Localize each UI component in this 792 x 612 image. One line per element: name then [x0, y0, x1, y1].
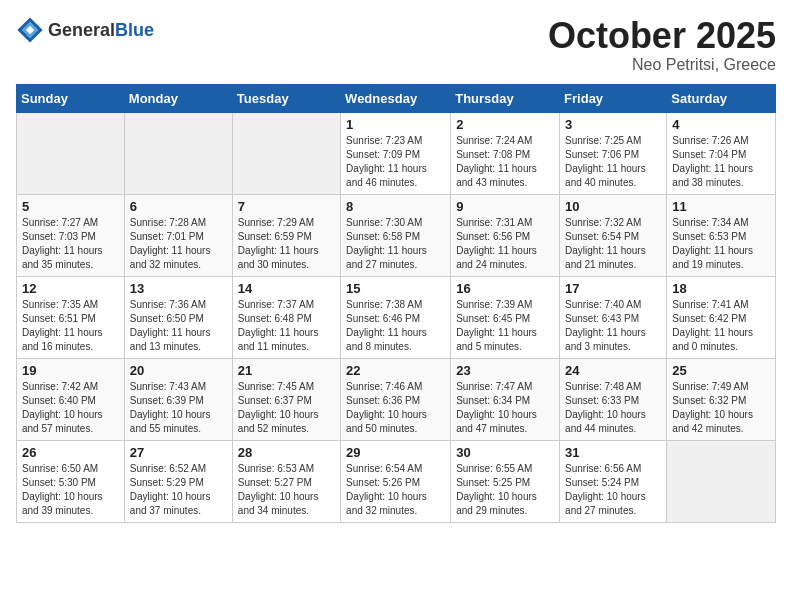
calendar-cell: 22Sunrise: 7:46 AM Sunset: 6:36 PM Dayli…	[341, 358, 451, 440]
calendar-cell: 6Sunrise: 7:28 AM Sunset: 7:01 PM Daylig…	[124, 194, 232, 276]
day-number: 7	[238, 199, 335, 214]
logo-blue: Blue	[115, 20, 154, 41]
day-info: Sunrise: 7:34 AM Sunset: 6:53 PM Dayligh…	[672, 216, 770, 272]
day-number: 10	[565, 199, 661, 214]
calendar-cell: 31Sunrise: 6:56 AM Sunset: 5:24 PM Dayli…	[560, 440, 667, 522]
calendar-cell: 21Sunrise: 7:45 AM Sunset: 6:37 PM Dayli…	[232, 358, 340, 440]
day-number: 23	[456, 363, 554, 378]
day-info: Sunrise: 7:36 AM Sunset: 6:50 PM Dayligh…	[130, 298, 227, 354]
calendar-cell: 8Sunrise: 7:30 AM Sunset: 6:58 PM Daylig…	[341, 194, 451, 276]
day-info: Sunrise: 7:42 AM Sunset: 6:40 PM Dayligh…	[22, 380, 119, 436]
day-number: 17	[565, 281, 661, 296]
calendar-cell: 11Sunrise: 7:34 AM Sunset: 6:53 PM Dayli…	[667, 194, 776, 276]
logo-text: General Blue	[48, 20, 154, 41]
calendar-table: SundayMondayTuesdayWednesdayThursdayFrid…	[16, 84, 776, 523]
calendar-cell: 28Sunrise: 6:53 AM Sunset: 5:27 PM Dayli…	[232, 440, 340, 522]
calendar-cell: 20Sunrise: 7:43 AM Sunset: 6:39 PM Dayli…	[124, 358, 232, 440]
day-number: 29	[346, 445, 445, 460]
day-info: Sunrise: 7:28 AM Sunset: 7:01 PM Dayligh…	[130, 216, 227, 272]
logo: General Blue	[16, 16, 154, 44]
day-number: 21	[238, 363, 335, 378]
logo-general: General	[48, 20, 115, 41]
day-number: 30	[456, 445, 554, 460]
day-info: Sunrise: 7:48 AM Sunset: 6:33 PM Dayligh…	[565, 380, 661, 436]
day-number: 18	[672, 281, 770, 296]
title-block: October 2025 Neo Petritsi, Greece	[548, 16, 776, 74]
calendar-cell: 2Sunrise: 7:24 AM Sunset: 7:08 PM Daylig…	[451, 112, 560, 194]
calendar-cell: 1Sunrise: 7:23 AM Sunset: 7:09 PM Daylig…	[341, 112, 451, 194]
calendar-cell: 14Sunrise: 7:37 AM Sunset: 6:48 PM Dayli…	[232, 276, 340, 358]
day-info: Sunrise: 6:54 AM Sunset: 5:26 PM Dayligh…	[346, 462, 445, 518]
calendar-cell	[124, 112, 232, 194]
calendar-cell: 25Sunrise: 7:49 AM Sunset: 6:32 PM Dayli…	[667, 358, 776, 440]
calendar-week-row: 12Sunrise: 7:35 AM Sunset: 6:51 PM Dayli…	[17, 276, 776, 358]
day-number: 12	[22, 281, 119, 296]
day-number: 8	[346, 199, 445, 214]
day-info: Sunrise: 7:37 AM Sunset: 6:48 PM Dayligh…	[238, 298, 335, 354]
day-info: Sunrise: 7:32 AM Sunset: 6:54 PM Dayligh…	[565, 216, 661, 272]
day-of-week-header: Tuesday	[232, 84, 340, 112]
calendar-cell: 7Sunrise: 7:29 AM Sunset: 6:59 PM Daylig…	[232, 194, 340, 276]
day-info: Sunrise: 7:46 AM Sunset: 6:36 PM Dayligh…	[346, 380, 445, 436]
calendar-cell: 5Sunrise: 7:27 AM Sunset: 7:03 PM Daylig…	[17, 194, 125, 276]
calendar-cell: 30Sunrise: 6:55 AM Sunset: 5:25 PM Dayli…	[451, 440, 560, 522]
day-number: 27	[130, 445, 227, 460]
calendar-cell: 12Sunrise: 7:35 AM Sunset: 6:51 PM Dayli…	[17, 276, 125, 358]
calendar-cell: 29Sunrise: 6:54 AM Sunset: 5:26 PM Dayli…	[341, 440, 451, 522]
day-number: 9	[456, 199, 554, 214]
day-info: Sunrise: 6:50 AM Sunset: 5:30 PM Dayligh…	[22, 462, 119, 518]
day-info: Sunrise: 7:49 AM Sunset: 6:32 PM Dayligh…	[672, 380, 770, 436]
calendar-week-row: 26Sunrise: 6:50 AM Sunset: 5:30 PM Dayli…	[17, 440, 776, 522]
day-info: Sunrise: 7:39 AM Sunset: 6:45 PM Dayligh…	[456, 298, 554, 354]
day-info: Sunrise: 6:53 AM Sunset: 5:27 PM Dayligh…	[238, 462, 335, 518]
calendar-cell: 13Sunrise: 7:36 AM Sunset: 6:50 PM Dayli…	[124, 276, 232, 358]
day-number: 24	[565, 363, 661, 378]
day-of-week-header: Sunday	[17, 84, 125, 112]
calendar-cell	[17, 112, 125, 194]
day-info: Sunrise: 7:24 AM Sunset: 7:08 PM Dayligh…	[456, 134, 554, 190]
calendar-cell: 10Sunrise: 7:32 AM Sunset: 6:54 PM Dayli…	[560, 194, 667, 276]
calendar-cell: 16Sunrise: 7:39 AM Sunset: 6:45 PM Dayli…	[451, 276, 560, 358]
day-number: 13	[130, 281, 227, 296]
day-number: 26	[22, 445, 119, 460]
day-number: 31	[565, 445, 661, 460]
day-info: Sunrise: 7:23 AM Sunset: 7:09 PM Dayligh…	[346, 134, 445, 190]
day-of-week-header: Friday	[560, 84, 667, 112]
calendar-subtitle: Neo Petritsi, Greece	[548, 56, 776, 74]
day-info: Sunrise: 7:45 AM Sunset: 6:37 PM Dayligh…	[238, 380, 335, 436]
day-info: Sunrise: 7:25 AM Sunset: 7:06 PM Dayligh…	[565, 134, 661, 190]
calendar-cell: 24Sunrise: 7:48 AM Sunset: 6:33 PM Dayli…	[560, 358, 667, 440]
day-of-week-header: Thursday	[451, 84, 560, 112]
page-header: General Blue October 2025 Neo Petritsi, …	[16, 16, 776, 74]
calendar-cell: 3Sunrise: 7:25 AM Sunset: 7:06 PM Daylig…	[560, 112, 667, 194]
calendar-week-row: 5Sunrise: 7:27 AM Sunset: 7:03 PM Daylig…	[17, 194, 776, 276]
day-info: Sunrise: 7:29 AM Sunset: 6:59 PM Dayligh…	[238, 216, 335, 272]
calendar-cell: 18Sunrise: 7:41 AM Sunset: 6:42 PM Dayli…	[667, 276, 776, 358]
calendar-cell: 9Sunrise: 7:31 AM Sunset: 6:56 PM Daylig…	[451, 194, 560, 276]
day-info: Sunrise: 7:41 AM Sunset: 6:42 PM Dayligh…	[672, 298, 770, 354]
calendar-cell	[667, 440, 776, 522]
day-info: Sunrise: 7:40 AM Sunset: 6:43 PM Dayligh…	[565, 298, 661, 354]
calendar-cell	[232, 112, 340, 194]
day-info: Sunrise: 7:30 AM Sunset: 6:58 PM Dayligh…	[346, 216, 445, 272]
calendar-cell: 19Sunrise: 7:42 AM Sunset: 6:40 PM Dayli…	[17, 358, 125, 440]
day-number: 25	[672, 363, 770, 378]
calendar-title: October 2025	[548, 16, 776, 56]
day-info: Sunrise: 7:26 AM Sunset: 7:04 PM Dayligh…	[672, 134, 770, 190]
day-number: 1	[346, 117, 445, 132]
day-number: 11	[672, 199, 770, 214]
calendar-cell: 15Sunrise: 7:38 AM Sunset: 6:46 PM Dayli…	[341, 276, 451, 358]
day-number: 15	[346, 281, 445, 296]
day-number: 2	[456, 117, 554, 132]
calendar-header-row: SundayMondayTuesdayWednesdayThursdayFrid…	[17, 84, 776, 112]
day-number: 4	[672, 117, 770, 132]
day-info: Sunrise: 7:47 AM Sunset: 6:34 PM Dayligh…	[456, 380, 554, 436]
day-number: 3	[565, 117, 661, 132]
day-info: Sunrise: 6:55 AM Sunset: 5:25 PM Dayligh…	[456, 462, 554, 518]
calendar-cell: 26Sunrise: 6:50 AM Sunset: 5:30 PM Dayli…	[17, 440, 125, 522]
day-info: Sunrise: 6:56 AM Sunset: 5:24 PM Dayligh…	[565, 462, 661, 518]
day-info: Sunrise: 7:43 AM Sunset: 6:39 PM Dayligh…	[130, 380, 227, 436]
day-info: Sunrise: 7:31 AM Sunset: 6:56 PM Dayligh…	[456, 216, 554, 272]
calendar-cell: 17Sunrise: 7:40 AM Sunset: 6:43 PM Dayli…	[560, 276, 667, 358]
day-number: 14	[238, 281, 335, 296]
